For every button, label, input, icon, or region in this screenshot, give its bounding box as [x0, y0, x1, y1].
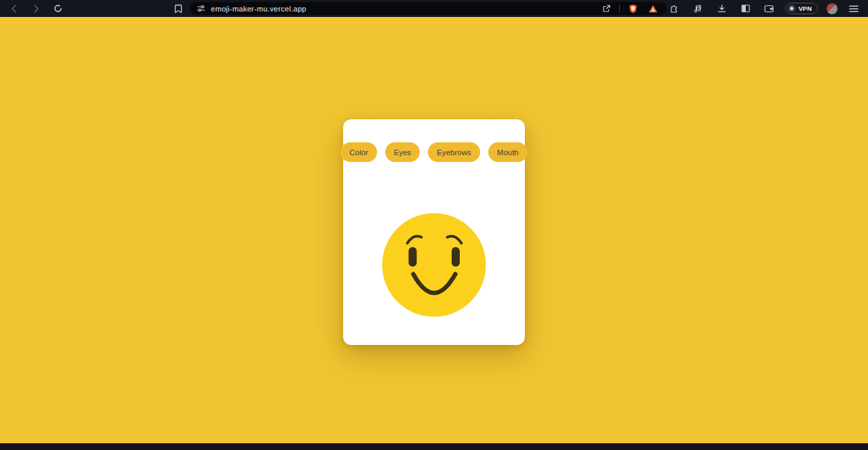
url-bar[interactable]: emoji-maker-mu.vercel.app	[190, 2, 667, 15]
vpn-label: VPN	[798, 5, 812, 12]
customize-tabs: Color Eyes Eyebrows Mouth	[343, 142, 525, 162]
wallet-icon[interactable]	[762, 1, 776, 16]
forward-icon[interactable]	[28, 1, 43, 16]
menu-icon[interactable]	[846, 1, 861, 16]
browser-toolbar: emoji-maker-mu.vercel.app	[0, 0, 868, 17]
nav-button-group	[7, 1, 65, 16]
right-eye	[452, 247, 460, 267]
taskbar-strip	[0, 443, 868, 450]
brave-rewards-icon[interactable]	[646, 1, 660, 16]
site-settings-icon[interactable]	[196, 3, 206, 14]
share-icon[interactable]	[599, 1, 614, 16]
tab-mouth[interactable]: Mouth	[488, 142, 528, 162]
extensions-icon[interactable]	[667, 1, 682, 16]
urlbar-actions	[599, 1, 660, 16]
emoji-face-svg	[382, 213, 486, 317]
left-eye	[409, 247, 417, 267]
download-icon[interactable]	[714, 1, 729, 16]
brave-shield-icon[interactable]	[625, 1, 640, 16]
reload-icon[interactable]	[50, 1, 65, 16]
urlbar-separator	[619, 5, 620, 12]
vpn-status-icon	[788, 5, 795, 12]
emoji-maker-card: Color Eyes Eyebrows Mouth	[343, 119, 525, 345]
tab-eyes[interactable]: Eyes	[385, 142, 420, 162]
url-text[interactable]: emoji-maker-mu.vercel.app	[211, 5, 307, 13]
tab-eyebrows[interactable]: Eyebrows	[428, 142, 480, 162]
emoji-maker-page: Color Eyes Eyebrows Mouth	[0, 17, 868, 443]
emoji-preview	[343, 213, 525, 317]
tab-color[interactable]: Color	[340, 142, 376, 162]
toolbar-right-icons: VPN	[667, 1, 861, 16]
vpn-button[interactable]: VPN	[785, 3, 818, 14]
profile-avatar[interactable]	[827, 3, 837, 14]
face-circle	[382, 213, 486, 317]
media-control-icon[interactable]	[690, 1, 705, 16]
back-icon[interactable]	[7, 1, 22, 16]
bookmark-icon[interactable]	[171, 1, 186, 16]
sidebar-icon[interactable]	[738, 1, 753, 16]
